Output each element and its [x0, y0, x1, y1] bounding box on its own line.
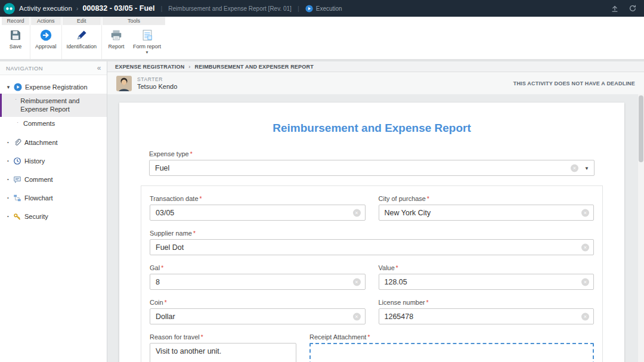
field-label: Receipt Attachment: [309, 333, 366, 341]
starter-name: Tetsuo Kendo: [137, 83, 177, 90]
field-reason-for-travel: Reason for travel* Visit to another unit…: [150, 333, 296, 362]
bullet-icon: •: [6, 195, 10, 200]
sidebar-item-history[interactable]: • History: [0, 154, 107, 168]
city-of-purchase-input[interactable]: [379, 205, 595, 221]
flowchart-icon: [13, 194, 21, 202]
required-marker: *: [201, 334, 203, 341]
coin-input[interactable]: [150, 308, 366, 324]
app-logo-icon: [4, 3, 15, 14]
expense-detail-group: Transaction date* × City of purchase*: [141, 185, 603, 362]
record-subtitle: Reimbursement and Expense Report [Rev. 0…: [168, 5, 292, 12]
expense-type-input[interactable]: [149, 160, 595, 176]
clear-field-icon[interactable]: ×: [581, 209, 589, 216]
identification-button[interactable]: Identification: [63, 27, 101, 59]
approval-button[interactable]: Approval: [32, 27, 60, 59]
sidebar-item-label: Comment: [24, 176, 53, 183]
key-icon: [13, 212, 21, 221]
sidebar-item-comments[interactable]: · Comments: [0, 117, 107, 130]
ribbon-group-record: Record Save: [1, 17, 30, 59]
clear-field-icon[interactable]: ×: [581, 313, 589, 320]
required-marker: *: [200, 196, 202, 202]
avatar: [116, 76, 132, 91]
sidebar-item-expense-registration[interactable]: ▾ Expense Registration: [0, 81, 107, 94]
approval-icon: [39, 29, 52, 42]
chevron-right-icon: ›: [76, 5, 79, 12]
chevron-right-icon: ›: [188, 64, 190, 70]
play-circle-icon: [305, 5, 313, 13]
required-marker: *: [190, 151, 193, 157]
sidebar-collapse-icon[interactable]: «: [97, 64, 101, 72]
form-report-button[interactable]: Form report ▼: [129, 27, 165, 59]
field-expense-type: Expense type* × ▼: [149, 150, 595, 176]
reason-for-travel-textarea[interactable]: Visit to another unit.: [150, 343, 296, 362]
field-label: Supplier name: [150, 230, 192, 237]
scrollbar-thumb[interactable]: [639, 95, 643, 162]
required-marker: *: [367, 334, 370, 341]
separator: |: [160, 5, 162, 12]
clear-field-icon[interactable]: ×: [581, 278, 589, 286]
breadcrumb-item-reimbursement-report[interactable]: REIMBURSEMENT AND EXPENSER REPORT: [195, 64, 314, 70]
transaction-date-input[interactable]: [150, 205, 366, 221]
ribbon-group-label: Edit: [63, 17, 101, 25]
starter-label: STARTER: [137, 76, 177, 82]
ribbon-group-label: Tools: [103, 17, 165, 25]
sidebar-item-reimbursement-report[interactable]: · Reimbursement and Expenser Report: [0, 94, 107, 117]
field-label: Gal: [150, 264, 160, 271]
identification-button-label: Identification: [67, 44, 97, 49]
sidebar-item-attachment[interactable]: • Attachment: [0, 136, 107, 149]
breadcrumb-item-expense-registration[interactable]: EXPENSE REGISTRATION: [115, 64, 184, 70]
record-title: 000832 - 03/05 - Fuel: [83, 4, 155, 13]
clear-field-icon[interactable]: ×: [581, 243, 589, 251]
content-area: EXPENSE REGISTRATION › REIMBURSEMENT AND…: [107, 61, 644, 362]
ribbon-group-label: Actions: [31, 17, 61, 25]
select-caret-icon[interactable]: ▼: [584, 165, 589, 171]
ribbon-toolbar: Record Save Actions Approval: [0, 17, 644, 61]
sidebar-item-security[interactable]: • Security: [0, 210, 107, 223]
save-button[interactable]: Save: [2, 27, 29, 59]
gal-input[interactable]: [150, 274, 366, 290]
printer-icon: [110, 29, 123, 42]
execution-mode-label: Execution: [316, 5, 342, 12]
form-report-button-label: Form report: [133, 44, 161, 49]
license-number-input[interactable]: [379, 308, 595, 324]
refresh-icon[interactable]: [628, 4, 637, 13]
required-marker: *: [165, 299, 167, 306]
topbar: Activity execution › 000832 - 03/05 - Fu…: [0, 0, 644, 17]
navigation-sidebar: NAVIGATION « ▾ Expense Registration · Re…: [0, 61, 107, 362]
comment-bubble-icon: [13, 175, 21, 184]
clear-field-icon[interactable]: ×: [353, 278, 361, 286]
sidebar-item-flowchart[interactable]: • Flowchart: [0, 191, 107, 205]
clear-field-icon[interactable]: ×: [353, 209, 361, 216]
tree-expanded-caret-icon[interactable]: ▾: [6, 84, 11, 90]
required-marker: *: [396, 265, 398, 271]
collapse-header-icon[interactable]: [611, 4, 619, 13]
clear-field-icon[interactable]: ×: [571, 164, 578, 172]
field-label: Reason for travel: [150, 333, 200, 341]
breadcrumb: EXPENSE REGISTRATION › REIMBURSEMENT AND…: [107, 61, 644, 72]
bullet-icon: •: [6, 140, 10, 145]
pen-icon: [75, 29, 88, 42]
supplier-name-input[interactable]: [150, 239, 594, 255]
sidebar-item-comment[interactable]: • Comment: [0, 173, 107, 186]
field-gal: Gal* ×: [150, 264, 366, 290]
ribbon-group-tools: Tools Report Form report ▼: [101, 17, 166, 59]
field-supplier-name: Supplier name* ×: [150, 230, 594, 255]
clear-field-icon[interactable]: ×: [353, 313, 361, 320]
dropdown-caret-icon[interactable]: ▼: [145, 51, 148, 54]
paperclip-icon: [13, 138, 21, 147]
required-marker: *: [427, 196, 429, 202]
bullet-icon: •: [6, 177, 10, 182]
field-label: Transaction date: [150, 195, 199, 202]
form-report-icon: [141, 29, 154, 42]
save-button-label: Save: [10, 44, 22, 49]
save-icon: [9, 29, 22, 42]
ribbon-group-actions: Actions Approval: [30, 17, 61, 59]
approval-button-label: Approval: [35, 44, 57, 49]
sidebar-item-label: Comments: [23, 120, 55, 127]
value-input[interactable]: [379, 274, 595, 290]
receipt-dropzone[interactable]: Drag a file or use the select: [309, 343, 594, 362]
bullet-icon: •: [6, 158, 10, 163]
report-button[interactable]: Report: [103, 27, 129, 59]
field-license-number: License number* ×: [379, 299, 595, 324]
deadline-note: THIS ACTIVITY DOES NOT HAVE A DEADLINE: [513, 81, 635, 86]
